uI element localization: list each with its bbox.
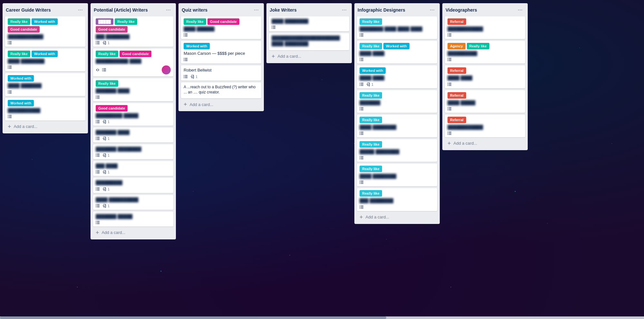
add-card-button[interactable]: +Add a card... — [5, 122, 85, 131]
svg-rect-96 — [184, 75, 184, 75]
svg-rect-36 — [96, 95, 96, 96]
add-card-button[interactable]: +Add a card... — [357, 213, 437, 221]
card[interactable]: ███████████████████████ ████ ████████ — [269, 33, 349, 50]
svg-rect-117 — [361, 59, 363, 60]
svg-rect-139 — [361, 156, 363, 157]
card-footer — [360, 156, 435, 160]
card-title: ███ ████████ — [360, 198, 435, 204]
column-menu-button[interactable]: ··· — [76, 6, 85, 14]
column-menu-button[interactable]: ··· — [428, 6, 437, 14]
column-title: Videographers — [446, 7, 516, 13]
svg-rect-79 — [97, 221, 100, 222]
card[interactable]: Referral████████████ — [445, 16, 525, 39]
card-footer — [360, 205, 435, 209]
card-labels: Really likeWorked with — [360, 43, 435, 49]
svg-rect-84 — [184, 34, 184, 34]
card[interactable]: ███████ ████1 — [93, 128, 173, 142]
card[interactable]: Really like████ ████████ — [357, 115, 437, 137]
card[interactable]: ████ ████████ — [269, 16, 349, 31]
card-footer — [8, 41, 83, 45]
card[interactable]: Worked with███████████ — [5, 98, 85, 121]
card[interactable]: █████Really likeGood candidate███ ██████… — [93, 16, 173, 47]
column-menu-button[interactable]: ··· — [516, 6, 524, 14]
svg-rect-115 — [361, 58, 363, 59]
card-title: ███████ ████ — [96, 130, 171, 135]
card-title: ████ ██████ — [184, 26, 259, 32]
scrollbar[interactable] — [0, 316, 644, 319]
card[interactable]: Worked with████ ███████ — [5, 73, 85, 96]
card-title: ████ ████████ — [8, 58, 83, 64]
column-header: Quiz writers··· — [181, 6, 261, 14]
card[interactable]: Really likeWorked withGood candidate████… — [5, 16, 85, 47]
svg-rect-35 — [103, 71, 106, 72]
card[interactable]: Good candidate█████████ █████1 — [93, 103, 173, 126]
card[interactable]: ███ ████1 — [93, 161, 173, 176]
card[interactable]: Really likeGood candidate███████████ ███… — [93, 49, 173, 76]
add-card-button[interactable]: +Add a card... — [93, 228, 173, 237]
card-label: Worked with — [32, 51, 58, 57]
card[interactable]: Referral████████████ — [445, 115, 525, 137]
svg-rect-8 — [8, 67, 8, 68]
svg-rect-181 — [449, 132, 451, 132]
card[interactable]: Really likeWorked with████ ████ — [357, 41, 437, 63]
card-labels: Good candidate — [96, 105, 171, 111]
card-label: Really like — [8, 18, 30, 25]
svg-rect-148 — [360, 183, 360, 184]
column-menu-button[interactable]: ··· — [340, 6, 349, 14]
svg-rect-38 — [96, 97, 96, 97]
add-card-button[interactable]: +Add a card... — [181, 100, 261, 109]
scrollbar-thumb[interactable] — [0, 316, 386, 319]
svg-rect-77 — [97, 207, 100, 207]
list-icon — [360, 180, 363, 184]
card[interactable]: AgencyReally like██████████ — [445, 41, 525, 63]
card[interactable]: Worked withMason Carson — $$$$ per piece — [181, 41, 261, 63]
svg-rect-11 — [9, 68, 12, 69]
card[interactable]: Really like█████ ████████ — [357, 139, 437, 162]
card-labels: Really likeGood candidate — [184, 18, 259, 25]
card[interactable]: ███████ ████████1 — [93, 144, 173, 159]
card[interactable]: Worked with████ ████1 — [357, 65, 437, 88]
card-label: Agency — [447, 43, 466, 49]
card[interactable]: Really like███ ████████ — [357, 188, 437, 211]
add-card-button[interactable]: +Add a card... — [269, 52, 349, 61]
card[interactable]: Really like███████ ████ — [93, 78, 173, 101]
card[interactable]: Really likeGood candidate████ ██████ — [181, 16, 261, 39]
svg-rect-13 — [9, 90, 12, 91]
column-menu-button[interactable]: ··· — [252, 6, 261, 14]
svg-rect-30 — [102, 68, 103, 69]
column-header: Potential (Article) Writers··· — [93, 6, 173, 14]
list-icon — [96, 95, 100, 99]
card[interactable]: ███████ █████ — [93, 212, 173, 227]
card-labels: Really like — [360, 166, 435, 172]
card[interactable]: Robert Bellwist1 — [181, 65, 261, 80]
card-footer: 1 — [96, 153, 171, 157]
svg-rect-15 — [9, 92, 12, 92]
svg-rect-129 — [361, 108, 363, 109]
card[interactable]: ████ ██████████1 — [93, 195, 173, 210]
card[interactable]: Referral████ ████ — [445, 65, 525, 88]
svg-rect-172 — [447, 85, 448, 86]
card[interactable]: A ...reach out to a Buzzfeed (?) writer … — [181, 82, 261, 99]
card[interactable]: Really like████████ ████ ████ ████ — [357, 16, 437, 39]
card-title: ███ ████████ — [96, 34, 171, 40]
card[interactable]: Really like███████ — [357, 90, 437, 113]
list-icon — [360, 156, 363, 160]
add-card-button[interactable]: +Add a card... — [445, 139, 525, 148]
svg-rect-113 — [361, 36, 363, 36]
card[interactable]: █████████1 — [93, 178, 173, 193]
svg-rect-93 — [185, 59, 187, 60]
card-title: ███████████ ████ — [96, 58, 171, 64]
card-footer — [360, 107, 435, 111]
svg-rect-16 — [8, 93, 8, 93]
svg-rect-183 — [449, 133, 451, 133]
card[interactable]: Really like████ ████████ — [357, 164, 437, 186]
card-footer: 1 — [96, 170, 171, 174]
svg-rect-157 — [449, 34, 451, 34]
card[interactable]: Referral████ █████ — [445, 90, 525, 113]
card-labels: Worked with — [360, 67, 435, 74]
card-labels: Really likeGood candidate — [96, 51, 171, 57]
column-menu-button[interactable]: ··· — [164, 6, 173, 14]
card[interactable]: Really likeWorked with████ ████████ — [5, 49, 85, 71]
svg-rect-95 — [185, 61, 187, 61]
svg-rect-70 — [96, 190, 96, 190]
